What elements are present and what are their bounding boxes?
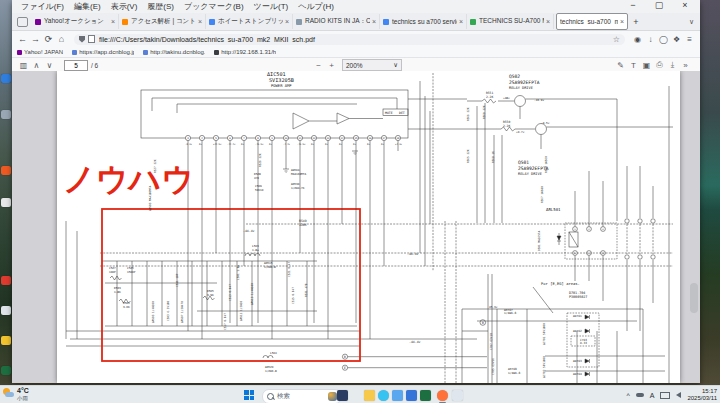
add-text-icon[interactable]: T [627, 61, 640, 70]
bookmark-star-icon[interactable]: ☆ [613, 35, 620, 44]
ime-indicator[interactable]: A [650, 392, 655, 399]
tab-service-manual[interactable]: technics su a700 service manu: × [380, 14, 467, 29]
task-view-app[interactable] [337, 390, 348, 401]
desktop-icon[interactable] [1, 366, 11, 375]
menu-file[interactable]: ファイル(F) [16, 1, 69, 12]
app-menu-icon[interactable]: ≡ [683, 35, 696, 44]
tab-close-icon[interactable]: × [372, 18, 376, 25]
extensions-icon[interactable]: ❖ [670, 35, 683, 44]
bookmark-blog-1[interactable]: https://app.dcnblog.jp- [72, 49, 134, 55]
home-icon[interactable]: ⌂ [55, 34, 68, 44]
tab-overflow-icon[interactable]: ∨ [689, 18, 694, 26]
tab-radio-kits[interactable]: RADIO KITS IN JA：CLASS AA × [293, 14, 380, 29]
tab-favicon [470, 19, 476, 25]
pocket-icon[interactable]: ◉ [631, 35, 644, 44]
desktop-icon[interactable] [1, 110, 11, 119]
url-bar[interactable]: file:///C:/Users/takin/Downloads/technic… [74, 34, 625, 45]
url-text[interactable]: file:///C:/Users/takin/Downloads/technic… [99, 36, 610, 43]
zoom-in-icon[interactable]: + [325, 61, 338, 70]
page-up-icon[interactable]: ∧ [30, 61, 43, 70]
desktop-icon[interactable] [1, 198, 11, 207]
tab-close-icon[interactable]: × [198, 18, 202, 25]
network-icon[interactable] [660, 392, 670, 399]
mail-app[interactable] [406, 390, 417, 401]
start-button[interactable] [244, 390, 254, 400]
excel-app[interactable] [420, 390, 431, 401]
file-explorer-app[interactable] [364, 390, 375, 401]
menu-bookmarks[interactable]: ブックマーク(B) [179, 1, 249, 12]
tab-close-icon[interactable]: × [546, 18, 550, 25]
close-button[interactable]: × [672, 0, 698, 10]
weather-widget[interactable]: 4°C 小雨 [3, 387, 29, 401]
tab-close-icon[interactable]: × [620, 18, 624, 25]
sidebar-toggle-icon[interactable]: ▥ [17, 61, 30, 70]
desktop-icon[interactable] [1, 336, 11, 345]
downloads-icon[interactable]: ↓ [644, 35, 657, 44]
schematic-label: ΔR513 1/4W180 [250, 283, 254, 305]
firefox-app[interactable] [437, 390, 448, 401]
menu-tools[interactable]: ツール(T) [249, 1, 294, 12]
download-save-icon[interactable]: ⤓ [666, 60, 679, 70]
pdf-viewport[interactable]: 3-0.2v40v5+44.5v6-44.4v70v8-43.5v90v10-4… [12, 71, 700, 383]
schematic-label: R568 1K [491, 151, 495, 163]
tab-access-analytics[interactable]: アクセス解析 | コントロールパネル | × [119, 14, 206, 29]
search-icon [267, 393, 274, 400]
schematic-label: 2.2K [503, 124, 510, 128]
photos-app[interactable] [392, 390, 403, 401]
bookmark-yahoo-japan[interactable]: Yahoo! JAPAN [17, 49, 63, 55]
schematic-label: P30005027 [569, 295, 587, 299]
minimize-button[interactable]: − [620, 0, 646, 10]
forward-icon[interactable]: → [29, 34, 42, 44]
edge-app[interactable] [378, 390, 389, 401]
back-icon[interactable]: ← [16, 34, 29, 44]
tray-chevron-up-icon[interactable]: ^ [626, 392, 629, 399]
firefox-view-icon[interactable] [17, 17, 28, 27]
draw-pen-icon[interactable]: ✎ [614, 61, 627, 70]
schematic-label: E [344, 366, 346, 370]
bookmark-local-ip[interactable]: http://192.168.1.31/ho... [214, 49, 276, 55]
menu-history[interactable]: 履歴(S) [142, 1, 179, 12]
tab-technics-mk2[interactable]: TECHNICS SU-A700 MK2 MKII： × [467, 14, 554, 29]
account-icon[interactable]: ◯ [657, 35, 670, 44]
schematic-label: 1/2W6.8 [264, 265, 276, 269]
page-down-icon[interactable]: ∨ [43, 61, 56, 70]
zoom-out-icon[interactable]: − [312, 61, 325, 70]
volume-icon[interactable] [676, 392, 681, 398]
tab-label: TECHNICS SU-A700 MK2 MKII： [479, 17, 544, 26]
schematic-label: C511 18P [175, 273, 179, 287]
tab-label: アクセス解析 | コントロールパネル | [131, 17, 196, 26]
desktop-icon[interactable] [1, 306, 11, 315]
reload-icon[interactable]: ⟳ [42, 34, 55, 44]
menu-edit[interactable]: 編集(E) [69, 1, 106, 12]
bookmark-label: http://takinu.dcnblog.j.. [150, 49, 205, 55]
desktop-icon[interactable] [1, 74, 11, 83]
maximize-button[interactable]: ▢ [646, 0, 672, 10]
tab-schematic-pdf-active[interactable]: technics_su-a700_mk2_MKII_sch.pdf × [556, 13, 628, 30]
menu-view[interactable]: 表示(V) [106, 1, 143, 12]
tab-yahoo-auction[interactable]: Yahoo!オークション × [32, 14, 119, 29]
shield-icon[interactable] [79, 36, 85, 43]
notepad-app[interactable] [452, 390, 463, 401]
zoom-level-value: 200% [346, 62, 363, 69]
tab-wheatstone-bridge[interactable]: ホイートストンブリッジ 回路 techni × [206, 14, 293, 29]
more-tools-icon[interactable]: » [679, 61, 692, 70]
onedrive-cloud-icon[interactable] [636, 393, 644, 397]
new-tab-button[interactable]: + [630, 17, 642, 27]
print-icon[interactable]: ⎙ [653, 60, 666, 70]
zoom-level-select[interactable]: 200% ∨ [342, 59, 402, 71]
menu-help[interactable]: ヘルプ(H) [293, 1, 339, 12]
schematic-label: 0.33 [580, 341, 587, 345]
tab-close-icon[interactable]: × [111, 18, 115, 25]
vertical-scrollbar-thumb[interactable] [690, 283, 698, 313]
bookmark-blog-2[interactable]: http://takinu.dcnblog.j.. [143, 49, 205, 55]
taskbar-clock[interactable]: 15:17 2025/03/11 [687, 388, 717, 402]
tab-close-icon[interactable]: × [459, 18, 463, 25]
bookmark-favicon [17, 50, 22, 55]
tab-close-icon[interactable]: × [285, 18, 289, 25]
taskbar-search[interactable]: 検索 [262, 389, 342, 403]
schematic-label: 3 [602, 228, 604, 231]
desktop-icon[interactable] [1, 166, 11, 175]
page-number-input[interactable] [64, 60, 88, 71]
add-image-icon[interactable]: ▣ [640, 61, 653, 70]
desktop-icon[interactable] [1, 276, 11, 285]
